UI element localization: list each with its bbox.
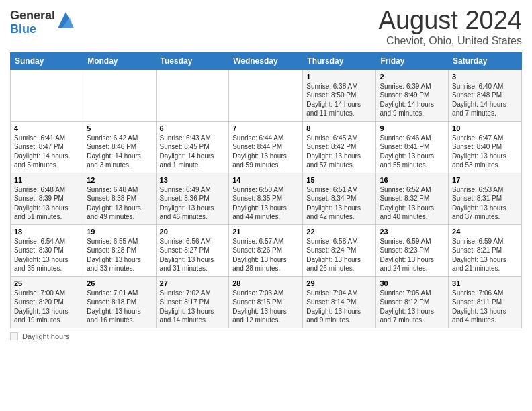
- day-info: Sunrise: 6:58 AM Sunset: 8:24 PM Dayligh…: [306, 237, 372, 273]
- day-info: Sunrise: 6:52 AM Sunset: 8:32 PM Dayligh…: [380, 185, 445, 222]
- header: General Blue August 2024 Cheviot, Ohio, …: [10, 7, 522, 47]
- day-number: 21: [232, 228, 299, 236]
- day-number: 27: [160, 279, 226, 287]
- day-info: Sunrise: 7:02 AM Sunset: 8:17 PM Dayligh…: [160, 289, 226, 325]
- day-number: 31: [452, 279, 518, 287]
- footer: Daylight hours: [10, 332, 522, 340]
- calendar-cell: [11, 69, 83, 121]
- day-info: Sunrise: 7:00 AM Sunset: 8:20 PM Dayligh…: [14, 289, 79, 325]
- calendar-cell: [156, 69, 229, 121]
- calendar-body: 1Sunrise: 6:38 AM Sunset: 8:50 PM Daylig…: [11, 69, 522, 328]
- day-number: 25: [14, 279, 79, 287]
- day-info: Sunrise: 6:56 AM Sunset: 8:27 PM Dayligh…: [160, 237, 226, 273]
- day-number: 18: [14, 228, 79, 236]
- day-info: Sunrise: 6:41 AM Sunset: 8:47 PM Dayligh…: [14, 134, 79, 170]
- calendar-cell: 11Sunrise: 6:48 AM Sunset: 8:39 PM Dayli…: [11, 173, 83, 224]
- day-info: Sunrise: 6:54 AM Sunset: 8:30 PM Dayligh…: [14, 237, 79, 273]
- day-number: 1: [306, 73, 372, 81]
- logo-blue-text: Blue: [10, 23, 55, 36]
- calendar-cell: 12Sunrise: 6:48 AM Sunset: 8:38 PM Dayli…: [83, 173, 156, 224]
- logo-text: General Blue: [10, 9, 55, 36]
- calendar-table: SundayMondayTuesdayWednesdayThursdayFrid…: [10, 52, 522, 328]
- day-info: Sunrise: 6:45 AM Sunset: 8:42 PM Dayligh…: [306, 134, 372, 170]
- calendar-cell: [83, 69, 156, 121]
- calendar-cell: 19Sunrise: 6:55 AM Sunset: 8:28 PM Dayli…: [83, 224, 156, 276]
- day-number: 5: [87, 124, 152, 132]
- calendar-cell: 21Sunrise: 6:57 AM Sunset: 8:26 PM Dayli…: [229, 224, 303, 276]
- day-info: Sunrise: 6:47 AM Sunset: 8:40 PM Dayligh…: [452, 134, 518, 170]
- day-header-monday: Monday: [83, 52, 156, 69]
- day-number: 15: [306, 176, 372, 184]
- calendar-cell: 5Sunrise: 6:42 AM Sunset: 8:46 PM Daylig…: [83, 121, 156, 173]
- calendar-cell: 13Sunrise: 6:49 AM Sunset: 8:36 PM Dayli…: [156, 173, 229, 224]
- day-info: Sunrise: 7:06 AM Sunset: 8:11 PM Dayligh…: [452, 289, 518, 325]
- logo-icon: [58, 12, 74, 28]
- day-number: 13: [160, 176, 226, 184]
- day-number: 29: [306, 279, 372, 287]
- calendar-cell: 9Sunrise: 6:46 AM Sunset: 8:41 PM Daylig…: [376, 121, 449, 173]
- day-number: 6: [160, 124, 226, 132]
- day-info: Sunrise: 6:46 AM Sunset: 8:41 PM Dayligh…: [380, 134, 445, 170]
- calendar-cell: 28Sunrise: 7:03 AM Sunset: 8:15 PM Dayli…: [229, 276, 303, 328]
- calendar-cell: 3Sunrise: 6:40 AM Sunset: 8:48 PM Daylig…: [449, 69, 522, 121]
- calendar-cell: 2Sunrise: 6:39 AM Sunset: 8:49 PM Daylig…: [376, 69, 449, 121]
- calendar-cell: 20Sunrise: 6:56 AM Sunset: 8:27 PM Dayli…: [156, 224, 229, 276]
- day-header-saturday: Saturday: [449, 52, 522, 69]
- day-info: Sunrise: 7:04 AM Sunset: 8:14 PM Dayligh…: [306, 289, 372, 325]
- day-info: Sunrise: 7:05 AM Sunset: 8:12 PM Dayligh…: [380, 289, 445, 325]
- day-info: Sunrise: 6:48 AM Sunset: 8:38 PM Dayligh…: [87, 185, 152, 222]
- day-info: Sunrise: 7:01 AM Sunset: 8:18 PM Dayligh…: [87, 289, 152, 325]
- calendar-cell: 25Sunrise: 7:00 AM Sunset: 8:20 PM Dayli…: [11, 276, 83, 328]
- day-number: 2: [380, 73, 445, 81]
- day-info: Sunrise: 6:48 AM Sunset: 8:39 PM Dayligh…: [14, 185, 79, 222]
- day-info: Sunrise: 6:55 AM Sunset: 8:28 PM Dayligh…: [87, 237, 152, 273]
- day-number: 4: [14, 124, 79, 132]
- day-number: 19: [87, 228, 152, 236]
- footer-dot: [10, 332, 18, 340]
- day-info: Sunrise: 6:57 AM Sunset: 8:26 PM Dayligh…: [232, 237, 299, 273]
- day-info: Sunrise: 6:43 AM Sunset: 8:45 PM Dayligh…: [160, 134, 226, 170]
- calendar-cell: 1Sunrise: 6:38 AM Sunset: 8:50 PM Daylig…: [303, 69, 376, 121]
- day-number: 3: [452, 73, 518, 81]
- week-row-1: 1Sunrise: 6:38 AM Sunset: 8:50 PM Daylig…: [11, 69, 522, 121]
- calendar-cell: 29Sunrise: 7:04 AM Sunset: 8:14 PM Dayli…: [303, 276, 376, 328]
- day-number: 9: [380, 124, 445, 132]
- week-row-5: 25Sunrise: 7:00 AM Sunset: 8:20 PM Dayli…: [11, 276, 522, 328]
- week-row-3: 11Sunrise: 6:48 AM Sunset: 8:39 PM Dayli…: [11, 173, 522, 224]
- footer-label: Daylight hours: [22, 332, 69, 340]
- day-header-wednesday: Wednesday: [229, 52, 303, 69]
- day-info: Sunrise: 6:44 AM Sunset: 8:44 PM Dayligh…: [232, 134, 299, 170]
- day-number: 26: [87, 279, 152, 287]
- main-title: August 2024: [379, 7, 522, 35]
- calendar-cell: 10Sunrise: 6:47 AM Sunset: 8:40 PM Dayli…: [449, 121, 522, 173]
- day-info: Sunrise: 6:53 AM Sunset: 8:31 PM Dayligh…: [452, 185, 518, 222]
- day-number: 8: [306, 124, 372, 132]
- calendar-cell: 27Sunrise: 7:02 AM Sunset: 8:17 PM Dayli…: [156, 276, 229, 328]
- day-number: 7: [232, 124, 299, 132]
- week-row-4: 18Sunrise: 6:54 AM Sunset: 8:30 PM Dayli…: [11, 224, 522, 276]
- day-number: 14: [232, 176, 299, 184]
- calendar-cell: 18Sunrise: 6:54 AM Sunset: 8:30 PM Dayli…: [11, 224, 83, 276]
- day-info: Sunrise: 6:51 AM Sunset: 8:34 PM Dayligh…: [306, 185, 372, 222]
- calendar-cell: 24Sunrise: 6:59 AM Sunset: 8:21 PM Dayli…: [449, 224, 522, 276]
- day-header-sunday: Sunday: [11, 52, 83, 69]
- day-info: Sunrise: 6:59 AM Sunset: 8:21 PM Dayligh…: [452, 237, 518, 273]
- day-info: Sunrise: 6:40 AM Sunset: 8:48 PM Dayligh…: [452, 82, 518, 118]
- calendar-cell: 17Sunrise: 6:53 AM Sunset: 8:31 PM Dayli…: [449, 173, 522, 224]
- day-number: 12: [87, 176, 152, 184]
- title-block: August 2024 Cheviot, Ohio, United States: [379, 7, 522, 47]
- day-number: 11: [14, 176, 79, 184]
- day-header-thursday: Thursday: [303, 52, 376, 69]
- day-number: 20: [160, 228, 226, 236]
- calendar-cell: 30Sunrise: 7:05 AM Sunset: 8:12 PM Dayli…: [376, 276, 449, 328]
- day-number: 10: [452, 124, 518, 132]
- subtitle: Cheviot, Ohio, United States: [379, 35, 522, 47]
- calendar-cell: 15Sunrise: 6:51 AM Sunset: 8:34 PM Dayli…: [303, 173, 376, 224]
- day-number: 17: [452, 176, 518, 184]
- day-header-tuesday: Tuesday: [156, 52, 229, 69]
- calendar-cell: 7Sunrise: 6:44 AM Sunset: 8:44 PM Daylig…: [229, 121, 303, 173]
- day-info: Sunrise: 6:38 AM Sunset: 8:50 PM Dayligh…: [306, 82, 372, 118]
- page: General Blue August 2024 Cheviot, Ohio, …: [0, 0, 532, 411]
- day-number: 16: [380, 176, 445, 184]
- day-number: 22: [306, 228, 372, 236]
